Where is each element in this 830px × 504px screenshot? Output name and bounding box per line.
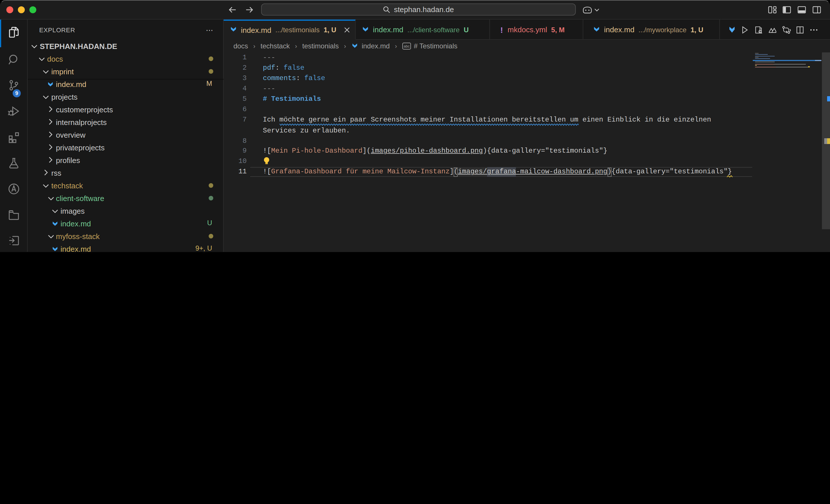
svg-text:abc: abc — [404, 44, 410, 48]
